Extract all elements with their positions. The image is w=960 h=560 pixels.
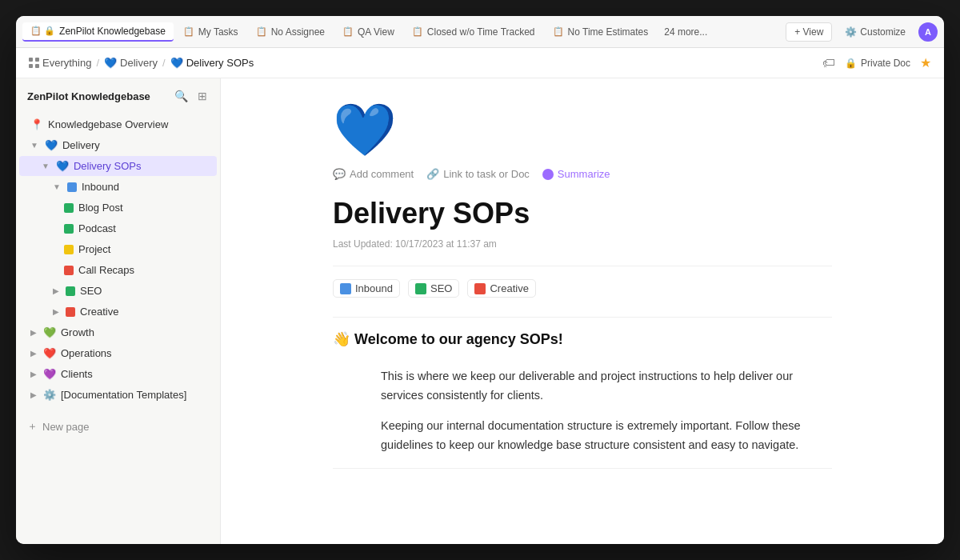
- podcast-color-icon: [64, 224, 74, 234]
- clients-emoji: 💜: [43, 368, 56, 380]
- location-icon: 📍: [30, 118, 43, 130]
- tag-inbound[interactable]: Inbound: [333, 279, 400, 298]
- para-drag-handle-2[interactable]: ⋮⋮: [349, 419, 374, 434]
- sidebar-item-growth-label: Growth: [61, 326, 94, 338]
- breadcrumb-delivery[interactable]: 💙 Delivery: [104, 57, 158, 69]
- tag-icon[interactable]: 🏷: [822, 56, 835, 70]
- caret-right-icon-growth: ▶: [30, 328, 37, 337]
- sidebar-item-delivery-sops[interactable]: ▼ 💙 Delivery SOPs: [19, 156, 217, 176]
- tab-qaview-label: QA View: [358, 26, 394, 38]
- caret-right-icon-docs: ▶: [30, 390, 37, 399]
- doc-divider-2: [333, 317, 832, 318]
- search-icon[interactable]: 🔍: [173, 88, 190, 104]
- avatar[interactable]: A: [918, 22, 938, 42]
- add-comment-button[interactable]: 💬 Add comment: [333, 168, 414, 180]
- tag-seo-label: SEO: [430, 282, 452, 294]
- sidebar-header: ZenPilot Knowledgebase 🔍 ⊞: [16, 78, 220, 110]
- sidebar-item-doc-templates[interactable]: ▶ ⚙️ [Documentation Templates]: [19, 385, 217, 405]
- doc-actions: 💬 Add comment 🔗 Link to task or Doc Summ…: [333, 168, 832, 180]
- sidebar-item-operations[interactable]: ▶ ❤️ Operations: [19, 343, 217, 363]
- new-page-label: New page: [42, 421, 90, 433]
- delivery-sops-emoji: 💙: [56, 160, 69, 172]
- sidebar-expand-icon[interactable]: ⊞: [196, 88, 209, 104]
- new-page-button[interactable]: ＋ New page: [27, 415, 209, 438]
- link-task-button[interactable]: 🔗 Link to task or Doc: [426, 168, 530, 180]
- sidebar-item-growth[interactable]: ▶ 💚 Growth: [19, 322, 217, 342]
- docs-icon: ⚙️: [43, 389, 56, 401]
- sidebar-item-call-recaps[interactable]: Call Recaps: [19, 260, 217, 280]
- sidebar-item-inbound[interactable]: ▼ Inbound: [19, 177, 217, 197]
- add-view-button[interactable]: + View: [786, 22, 832, 42]
- tab-closed[interactable]: 📋 Closed w/o Time Tracked: [404, 23, 543, 41]
- tag-creative[interactable]: Creative: [467, 279, 535, 298]
- tab-noassignee[interactable]: 📋 No Assignee: [248, 23, 333, 41]
- caret-right-icon-creative: ▶: [53, 307, 59, 316]
- lock-icon: 🔒: [845, 58, 857, 69]
- sidebar-item-creative[interactable]: ▶ Creative: [19, 302, 217, 322]
- growth-emoji: 💚: [43, 326, 56, 338]
- tab-more[interactable]: 24 more...: [658, 23, 714, 41]
- tab-qaview[interactable]: 📋 QA View: [334, 23, 402, 41]
- breadcrumb-sep-1: /: [96, 57, 99, 69]
- creative-icon: [66, 307, 75, 317]
- sidebar-item-delivery[interactable]: ▼ 💙 Delivery: [19, 135, 217, 155]
- tag-creative-icon: [474, 283, 486, 294]
- paragraph-2-wrapper: ＋ ⋮⋮ Keeping our internal documentation …: [333, 417, 832, 455]
- sidebar-item-knowledgebase-overview[interactable]: 📍 Knowledgebase Overview: [19, 114, 217, 134]
- customize-label: Customize: [860, 26, 906, 38]
- star-icon[interactable]: ★: [920, 55, 931, 70]
- sidebar-item-clients-label: Clients: [61, 368, 93, 380]
- breadcrumb-sep-2: /: [162, 57, 166, 69]
- breadcrumb: Everything / 💙 Delivery / 💙 Delivery SOP…: [29, 57, 254, 69]
- sidebar-item-podcast[interactable]: Podcast: [19, 218, 217, 238]
- para-drag-handle-1[interactable]: ⋮⋮: [349, 370, 374, 384]
- delivery-emoji: 💙: [45, 139, 58, 151]
- doc-last-updated: Last Updated: 10/17/2023 at 11:37 am: [333, 238, 832, 250]
- tab-closed-icon: 📋: [412, 26, 423, 37]
- summarize-button[interactable]: Summarize: [542, 168, 610, 180]
- private-doc-label: Private Doc: [861, 58, 910, 69]
- doc-emoji[interactable]: 💙: [333, 104, 832, 155]
- para-add-button-1[interactable]: ＋: [333, 369, 347, 385]
- customize-button[interactable]: ⚙️ Customize: [837, 23, 914, 41]
- sidebar-item-call-recaps-label: Call Recaps: [78, 264, 134, 276]
- sidebar-item-project[interactable]: Project: [19, 239, 217, 259]
- tab-closed-label: Closed w/o Time Tracked: [427, 26, 535, 38]
- caret-down-icon-2: ▼: [42, 162, 50, 170]
- breadcrumb-delivery-sops[interactable]: 💙 Delivery SOPs: [170, 57, 254, 69]
- sidebar-item-knowledgebase-overview-label: Knowledgebase Overview: [48, 118, 168, 130]
- sidebar-item-blog-post[interactable]: Blog Post: [19, 198, 217, 218]
- caret-right-icon-ops: ▶: [30, 349, 37, 358]
- tab-knowledgebase[interactable]: 📋 🔒 ZenPilot Knowledgebase: [22, 22, 174, 42]
- para-add-button-2[interactable]: ＋: [333, 418, 347, 434]
- breadcrumb-everything[interactable]: Everything: [29, 57, 91, 69]
- tab-noassignee-label: No Assignee: [271, 26, 325, 38]
- tag-seo[interactable]: SEO: [408, 279, 459, 298]
- welcome-section: 👋 Welcome to our agency SOPs!: [333, 330, 832, 348]
- gear-icon: ⚙️: [845, 26, 857, 38]
- add-comment-label: Add comment: [350, 168, 414, 180]
- delivery-heart-icon: 💙: [104, 57, 117, 69]
- tab-knowledgebase-icon: 📋 🔒: [30, 26, 55, 36]
- tab-notime[interactable]: 📋 No Time Estimates: [545, 23, 657, 41]
- sidebar-nav: 📍 Knowledgebase Overview ▼ 💙 Delivery ▼ …: [16, 110, 220, 409]
- breadcrumb-right: 🏷 🔒 Private Doc ★: [822, 55, 931, 70]
- project-color-icon: [64, 245, 74, 254]
- paragraph-2: Keeping our internal documentation struc…: [381, 417, 832, 455]
- tab-mytasks[interactable]: 📋 My Tasks: [175, 23, 246, 41]
- caret-down-icon: ▼: [30, 141, 38, 150]
- sidebar-item-clients[interactable]: ▶ 💜 Clients: [19, 364, 217, 384]
- breadcrumb-everything-label: Everything: [42, 57, 91, 69]
- breadcrumb-delivery-label: Delivery: [120, 57, 158, 69]
- doc-tags: Inbound SEO Creative: [333, 279, 832, 298]
- tag-seo-icon: [415, 283, 426, 294]
- sidebar-item-seo[interactable]: ▶ SEO: [19, 281, 217, 301]
- operations-emoji: ❤️: [43, 347, 56, 359]
- sidebar-footer: ＋ New page: [16, 409, 220, 444]
- caret-right-icon-seo: ▶: [53, 286, 59, 295]
- sidebar-item-delivery-sops-label: Delivery SOPs: [74, 160, 142, 172]
- sidebar-item-doc-templates-label: [Documentation Templates]: [61, 389, 186, 401]
- private-doc-button[interactable]: 🔒 Private Doc: [845, 58, 910, 69]
- plus-icon: ＋: [27, 419, 38, 434]
- paragraph-1: This is where we keep our deliverable an…: [381, 367, 832, 406]
